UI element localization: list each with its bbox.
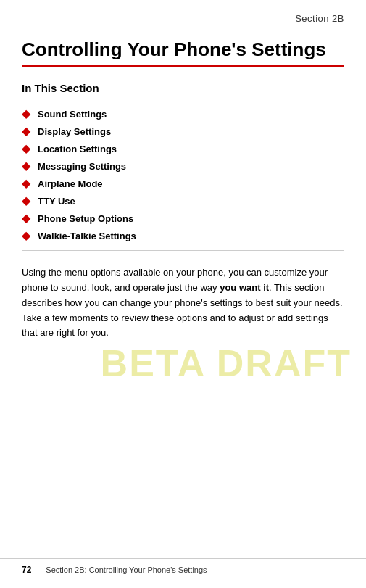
bullet-icon: ◆	[22, 143, 30, 154]
list-item: ◆ TTY Use	[22, 192, 344, 210]
section-label: Section 2B	[295, 13, 344, 24]
toc-item-label: Sound Settings	[38, 109, 107, 120]
description-section: Using the menu options available on your…	[0, 251, 366, 355]
bullet-icon: ◆	[22, 195, 30, 207]
description-bold-text: you want it	[220, 282, 269, 293]
list-item: ◆ Messaging Settings	[22, 157, 344, 175]
section-header: Section 2B	[0, 0, 366, 31]
bullet-icon: ◆	[22, 212, 30, 224]
page-container: Section 2B Controlling Your Phone's Sett…	[0, 0, 366, 588]
description-text: Using the menu options available on your…	[22, 265, 344, 341]
list-item: ◆ Sound Settings	[22, 105, 344, 123]
title-underline	[22, 65, 344, 67]
title-section: Controlling Your Phone's Settings	[0, 31, 366, 67]
list-item: ◆ Phone Setup Options	[22, 210, 344, 227]
list-item: ◆ Airplane Mode	[22, 175, 344, 192]
toc-item-label: Walkie-Talkie Settings	[38, 231, 136, 241]
toc-item-label: Airplane Mode	[38, 178, 103, 189]
bullet-icon: ◆	[22, 108, 30, 120]
bullet-icon: ◆	[22, 160, 30, 172]
bullet-icon: ◆	[22, 125, 30, 137]
in-this-section-heading: In This Section	[22, 82, 344, 99]
list-item: ◆ Display Settings	[22, 123, 344, 140]
toc-item-label: TTY Use	[38, 196, 75, 207]
bullet-icon: ◆	[22, 178, 30, 189]
toc-item-label: Display Settings	[38, 126, 111, 137]
toc-item-label: Phone Setup Options	[38, 213, 133, 224]
list-item: ◆ Walkie-Talkie Settings	[22, 227, 344, 244]
toc-item-label: Location Settings	[38, 144, 117, 154]
page-title: Controlling Your Phone's Settings	[22, 38, 344, 61]
toc-list: ◆ Sound Settings ◆ Display Settings ◆ Lo…	[22, 105, 344, 251]
list-item: ◆ Location Settings	[22, 140, 344, 157]
toc-item-label: Messaging Settings	[38, 161, 126, 172]
footer-page-number: 72	[22, 565, 31, 575]
bullet-icon: ◆	[22, 230, 30, 241]
footer-text: Section 2B: Controlling Your Phone's Set…	[46, 566, 207, 574]
in-this-section: In This Section ◆ Sound Settings ◆ Displ…	[0, 82, 366, 251]
footer: 72 Section 2B: Controlling Your Phone's …	[0, 558, 366, 575]
